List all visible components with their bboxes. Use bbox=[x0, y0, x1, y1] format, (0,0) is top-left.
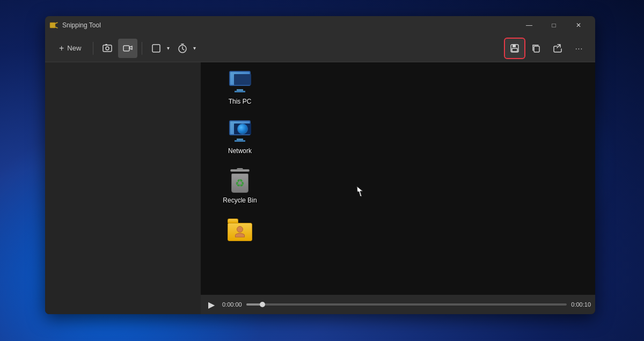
screenshot-icon bbox=[103, 43, 112, 53]
monitor-screen bbox=[234, 74, 251, 85]
shape-button[interactable] bbox=[147, 39, 166, 58]
timer-button[interactable] bbox=[173, 39, 192, 58]
this-pc-icon-image bbox=[227, 69, 253, 95]
window-title: Snipping Tool bbox=[62, 21, 517, 29]
bin-body: ♻ bbox=[231, 173, 248, 193]
timer-arrow-icon[interactable]: ▾ bbox=[192, 45, 197, 51]
recycle-bin-icon[interactable]: ♻ Recycle Bin bbox=[216, 161, 264, 211]
video-controls: ▶ 0:00:00 0:00:10 bbox=[201, 295, 595, 314]
desktop-view: This PC bbox=[201, 62, 595, 295]
minimize-button[interactable]: — bbox=[517, 16, 541, 34]
share-icon bbox=[553, 43, 562, 53]
network-label: Network bbox=[228, 147, 252, 155]
svg-rect-5 bbox=[105, 44, 107, 45]
svg-rect-3 bbox=[103, 45, 112, 52]
svg-rect-6 bbox=[123, 46, 129, 51]
end-time: 0:00:10 bbox=[571, 301, 591, 308]
net-base bbox=[235, 140, 245, 142]
timer-selector-group: ▾ bbox=[173, 39, 197, 58]
capture-area: This PC bbox=[201, 62, 595, 314]
progress-thumb[interactable] bbox=[260, 302, 265, 307]
toolbar: + New bbox=[45, 34, 595, 62]
title-bar: Snipping Tool — □ ✕ bbox=[45, 16, 595, 34]
recycle-bin: ♻ bbox=[229, 168, 251, 193]
folder-body bbox=[228, 223, 252, 241]
user-head bbox=[237, 226, 243, 233]
share-button[interactable] bbox=[548, 39, 567, 58]
close-button[interactable]: ✕ bbox=[566, 16, 591, 34]
recycle-symbol-container: ♻ bbox=[235, 177, 245, 190]
play-button[interactable]: ▶ bbox=[205, 298, 218, 311]
snipping-tool-window: Snipping Tool — □ ✕ + New bbox=[45, 16, 595, 314]
user-body bbox=[235, 233, 245, 237]
recycle-symbol-icon: ♻ bbox=[235, 178, 245, 188]
svg-rect-12 bbox=[534, 46, 539, 52]
toolbar-divider-2 bbox=[142, 42, 142, 55]
current-time: 0:00:00 bbox=[222, 301, 242, 308]
save-icon bbox=[510, 43, 519, 53]
play-icon: ▶ bbox=[208, 300, 215, 310]
shape-selector-group: ▾ bbox=[147, 39, 171, 58]
shape-icon bbox=[151, 43, 161, 53]
plus-icon: + bbox=[59, 43, 64, 53]
screenshot-mode-button[interactable] bbox=[98, 39, 117, 58]
svg-point-4 bbox=[106, 47, 109, 50]
toolbar-divider-1 bbox=[93, 42, 93, 55]
progress-bar[interactable] bbox=[246, 303, 567, 306]
main-content: This PC bbox=[45, 62, 595, 314]
svg-rect-7 bbox=[152, 45, 160, 52]
folder-tab bbox=[228, 219, 238, 223]
network-icon-image bbox=[227, 118, 253, 144]
monitor-base bbox=[235, 91, 245, 92]
svg-rect-10 bbox=[513, 45, 516, 47]
monitor-body bbox=[229, 71, 251, 86]
network-monitor bbox=[228, 120, 252, 142]
recycle-bin-label: Recycle Bin bbox=[223, 197, 257, 204]
copy-button[interactable] bbox=[526, 39, 546, 58]
video-icon bbox=[123, 43, 133, 53]
left-panel bbox=[45, 62, 201, 314]
window-controls: — □ ✕ bbox=[517, 16, 591, 34]
net-monitor-body bbox=[229, 120, 251, 135]
this-pc-icon[interactable]: This PC bbox=[216, 62, 264, 112]
new-button[interactable]: + New bbox=[52, 40, 89, 56]
user-folder bbox=[227, 219, 253, 241]
save-button[interactable] bbox=[505, 39, 524, 58]
user-folder-icon[interactable] bbox=[216, 211, 264, 252]
monitor-icon bbox=[228, 71, 252, 92]
network-globe bbox=[237, 124, 248, 134]
more-dots-icon: ··· bbox=[575, 44, 583, 53]
user-folder-image bbox=[227, 217, 253, 243]
capture-mode-group bbox=[98, 39, 137, 58]
video-mode-button[interactable] bbox=[118, 39, 137, 58]
recycle-icon-image: ♻ bbox=[227, 168, 253, 193]
this-pc-label: This PC bbox=[229, 98, 252, 105]
bin-lid bbox=[230, 169, 250, 172]
app-icon bbox=[49, 21, 58, 30]
more-button[interactable]: ··· bbox=[569, 39, 589, 58]
desktop-icons-container: This PC bbox=[216, 62, 264, 252]
timer-icon bbox=[178, 43, 187, 53]
svg-rect-11 bbox=[512, 48, 517, 52]
folder-user-icon bbox=[235, 226, 245, 237]
maximize-button[interactable]: □ bbox=[541, 16, 566, 34]
shape-arrow-icon[interactable]: ▾ bbox=[166, 45, 171, 51]
network-icon[interactable]: Network bbox=[216, 112, 264, 161]
new-label: New bbox=[67, 44, 81, 52]
net-screen bbox=[234, 124, 251, 134]
copy-icon bbox=[531, 43, 541, 53]
